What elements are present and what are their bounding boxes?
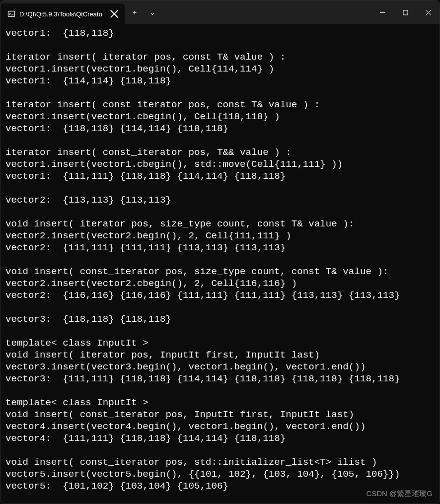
output-line: vector3: {111,111} {118,118} {114,114} {… [5, 373, 435, 385]
new-tab-button[interactable]: + [125, 0, 145, 24]
blank-line [5, 444, 435, 456]
output-line: template< class InputIt > [5, 337, 435, 349]
titlebar-left: D:\Qt\Qt5.9.3\Tools\QtCreato + ⌄ [0, 0, 160, 24]
svg-rect-0 [8, 11, 15, 17]
output-line: iterator insert( const_iterator pos, con… [5, 99, 435, 111]
blank-line [5, 87, 435, 99]
output-line: vector1: {114,114} {118,118} [5, 75, 435, 87]
blank-line [5, 182, 435, 194]
output-line: template< class InputIt > [5, 397, 435, 409]
output-line: vector3: {118,118} {118,118} [5, 313, 435, 325]
chevron-down-icon: ⌄ [149, 8, 155, 16]
window-controls [371, 0, 440, 24]
output-line: void insert( iterator pos, InputIt first… [5, 349, 435, 361]
tab-close-button[interactable] [110, 9, 119, 18]
output-line: vector1: {118,118} [5, 27, 435, 39]
close-button[interactable] [417, 0, 440, 24]
minimize-button[interactable] [371, 0, 394, 24]
output-line: iterator insert( const_iterator pos, T&&… [5, 146, 435, 158]
output-line: vector1.insert(vector1.cbegin(), Cell{11… [5, 111, 435, 123]
output-line: vector4.insert(vector4.begin(), vector1.… [5, 421, 435, 432]
output-line: vector1.insert(vector1.cbegin(), std::mo… [5, 158, 435, 170]
output-line: void insert( const_iterator pos, InputIt… [5, 409, 435, 421]
output-line: vector1.insert(vector1.begin(), Cell{114… [5, 63, 435, 75]
terminal-icon [7, 10, 15, 18]
output-line: vector1: {118,118} {114,114} {118,118} [5, 123, 435, 135]
svg-rect-1 [403, 10, 408, 15]
blank-line [5, 325, 435, 337]
output-line: vector2.insert(vector2.cbegin(), 2, Cell… [5, 278, 435, 289]
output-line: void insert( const_iterator pos, std::in… [5, 456, 435, 468]
output-line: vector1: {111,111} {118,118} {114,114} {… [5, 170, 435, 182]
output-line: vector2: {113,113} {113,113} [5, 194, 435, 206]
output-line: vector2: {111,111} {111,111} {113,113} {… [5, 242, 435, 254]
output-line: void insert( const_iterator pos, size_ty… [5, 266, 435, 278]
output-line: vector3.insert(vector3.begin(), vector1.… [5, 361, 435, 373]
output-line: iterator insert( iterator pos, const T& … [5, 51, 435, 63]
blank-line [5, 385, 435, 397]
output-line: vector2.insert(vector2.begin(), 2, Cell{… [5, 230, 435, 242]
plus-icon: + [133, 8, 137, 16]
blank-line [5, 254, 435, 266]
blank-line [5, 206, 435, 218]
tab-dropdown-button[interactable]: ⌄ [145, 0, 160, 24]
maximize-button[interactable] [394, 0, 417, 24]
tab-active[interactable]: D:\Qt\Qt5.9.3\Tools\QtCreato [0, 3, 125, 24]
output-line: vector4: {111,111} {118,118} {114,114} {… [5, 432, 435, 444]
terminal-output[interactable]: vector1: {118,118}iterator insert( itera… [0, 24, 440, 504]
terminal-window: D:\Qt\Qt5.9.3\Tools\QtCreato + ⌄ [0, 0, 440, 504]
titlebar: D:\Qt\Qt5.9.3\Tools\QtCreato + ⌄ [0, 0, 440, 24]
output-line: void insert( iterator pos, size_type cou… [5, 218, 435, 230]
output-line: vector5: {101,102} {103,104} {105,106} [5, 480, 435, 492]
blank-line [5, 301, 435, 313]
output-line: vector5.insert(vector5.begin(), {{101, 1… [5, 468, 435, 480]
blank-line [5, 135, 435, 146]
output-line: vector2: {116,116} {116,116} {111,111} {… [5, 289, 435, 301]
blank-line [5, 39, 435, 51]
tab-title: D:\Qt\Qt5.9.3\Tools\QtCreato [19, 10, 106, 18]
